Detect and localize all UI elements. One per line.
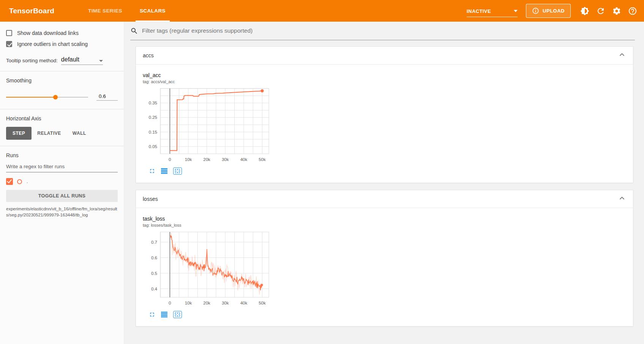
- fit-domain-icon[interactable]: [173, 311, 182, 318]
- app-logo: TensorBoard: [9, 7, 54, 15]
- svg-text:20k: 20k: [203, 301, 210, 305]
- svg-text:10k: 10k: [185, 301, 192, 305]
- help-icon[interactable]: [628, 6, 637, 16]
- divider: [0, 146, 124, 146]
- divider: [0, 109, 124, 109]
- axis-wall-button[interactable]: WALL: [67, 127, 92, 140]
- info-icon: [532, 7, 539, 14]
- smoothing-slider-thumb[interactable]: [53, 95, 58, 99]
- svg-text:0.6: 0.6: [151, 256, 157, 260]
- top-tabs: TIME SERIES SCALARS: [79, 0, 174, 22]
- show-download-links-label: Show data download links: [17, 30, 79, 36]
- section-title: accs: [143, 52, 154, 58]
- svg-text:0.25: 0.25: [149, 115, 157, 120]
- svg-text:20k: 20k: [203, 157, 210, 162]
- settings-icon[interactable]: [612, 6, 621, 16]
- chart-widget-task-loss: task_loss tag: losses/task_loss 010k20k3…: [143, 216, 273, 319]
- run-name[interactable]: experiments/elasticdnn/vit_b_16/offline/…: [6, 206, 118, 218]
- smoothing-value-input[interactable]: [96, 93, 118, 101]
- svg-text:0: 0: [169, 157, 171, 162]
- toggle-all-runs-button[interactable]: TOGGLE ALL RUNS: [6, 190, 118, 202]
- chart-widget-val-acc: val_acc tag: accs/val_acc 010k20k30k40k5…: [143, 72, 273, 176]
- svg-text:0.05: 0.05: [149, 144, 157, 149]
- run-row: .: [6, 178, 118, 185]
- app-toolbar: TensorBoard TIME SERIES SCALARS INACTIVE…: [0, 0, 644, 22]
- ignore-outliers-label: Ignore outliers in chart scaling: [17, 41, 88, 47]
- smoothing-slider-fill: [6, 97, 55, 98]
- data-status-dropdown[interactable]: INACTIVE: [467, 5, 518, 17]
- chart-tag: tag: losses/task_loss: [143, 223, 273, 227]
- svg-text:30k: 30k: [222, 301, 229, 305]
- chart-tag: tag: accs/val_acc: [143, 79, 273, 84]
- section-header-accs[interactable]: accs: [136, 47, 633, 65]
- runs-label: Runs: [6, 152, 118, 158]
- chevron-up-icon[interactable]: [618, 194, 626, 204]
- tab-scalars[interactable]: SCALARS: [131, 0, 174, 22]
- chart-title: task_loss: [143, 216, 273, 222]
- ignore-outliers-checkbox[interactable]: [6, 41, 12, 47]
- ignore-outliers-row[interactable]: Ignore outliers in chart scaling: [6, 41, 118, 47]
- tag-filter-input[interactable]: [141, 27, 635, 35]
- runs-regex-input[interactable]: [6, 158, 118, 172]
- section-header-losses[interactable]: losses: [136, 190, 633, 208]
- task-loss-chart[interactable]: 010k20k30k40k50k0.40.50.60.7: [143, 230, 273, 308]
- svg-text:0: 0: [169, 301, 171, 305]
- svg-text:0.4: 0.4: [151, 287, 158, 291]
- smoothing-label: Smoothing: [6, 77, 118, 84]
- axis-step-button[interactable]: STEP: [6, 127, 32, 140]
- tooltip-sorting-label: Tooltip sorting method:: [6, 58, 58, 65]
- log-scale-icon[interactable]: [161, 168, 167, 174]
- smoothing-slider[interactable]: [6, 97, 88, 98]
- svg-text:50k: 50k: [259, 157, 266, 162]
- tag-filter-row: [130, 22, 635, 40]
- search-icon: [130, 27, 138, 35]
- svg-text:50k: 50k: [259, 301, 266, 305]
- val-acc-chart[interactable]: 010k20k30k40k50k0.050.150.250.35: [143, 86, 273, 164]
- log-scale-icon[interactable]: [161, 312, 167, 317]
- tooltip-sorting-select[interactable]: default: [61, 56, 103, 65]
- main-content: accs val_acc tag: accs/val_acc 010k20k30…: [124, 22, 644, 344]
- data-status-value: INACTIVE: [467, 8, 491, 14]
- chevron-up-icon[interactable]: [618, 50, 626, 60]
- theme-toggle-icon[interactable]: [580, 6, 589, 16]
- section-card-accs: accs val_acc tag: accs/val_acc 010k20k30…: [136, 46, 633, 183]
- show-download-links-row[interactable]: Show data download links: [6, 30, 118, 36]
- tab-time-series[interactable]: TIME SERIES: [79, 0, 131, 22]
- svg-text:0.7: 0.7: [151, 240, 157, 245]
- settings-sidebar: Show data download links Ignore outliers…: [0, 22, 124, 344]
- svg-text:0.35: 0.35: [149, 101, 157, 105]
- svg-text:30k: 30k: [222, 157, 229, 162]
- fullscreen-icon[interactable]: [149, 311, 155, 318]
- run-dot-label: .: [27, 179, 28, 184]
- run-checkbox[interactable]: [6, 178, 13, 185]
- tooltip-sorting-value: default: [61, 56, 79, 63]
- show-download-links-checkbox[interactable]: [6, 30, 12, 36]
- fit-domain-icon[interactable]: [173, 167, 182, 175]
- upload-button-label: UPLOAD: [543, 8, 565, 14]
- svg-text:40k: 40k: [240, 301, 248, 305]
- horizontal-axis-label: Horizontal Axis: [6, 115, 118, 122]
- divider: [0, 71, 124, 71]
- upload-button[interactable]: UPLOAD: [526, 4, 571, 18]
- section-title: losses: [143, 196, 158, 202]
- chevron-down-icon: [514, 10, 518, 12]
- axis-relative-button[interactable]: RELATIVE: [32, 127, 66, 140]
- run-color-circle[interactable]: [17, 179, 22, 184]
- chart-title: val_acc: [143, 72, 273, 78]
- fullscreen-icon[interactable]: [149, 168, 155, 174]
- refresh-icon[interactable]: [596, 6, 605, 16]
- section-card-losses: losses task_loss tag: losses/task_loss 0…: [136, 190, 633, 327]
- svg-text:40k: 40k: [240, 157, 248, 162]
- chevron-down-icon: [99, 60, 103, 62]
- svg-text:10k: 10k: [185, 157, 192, 162]
- svg-text:0.15: 0.15: [149, 130, 157, 134]
- svg-text:0.5: 0.5: [151, 271, 157, 276]
